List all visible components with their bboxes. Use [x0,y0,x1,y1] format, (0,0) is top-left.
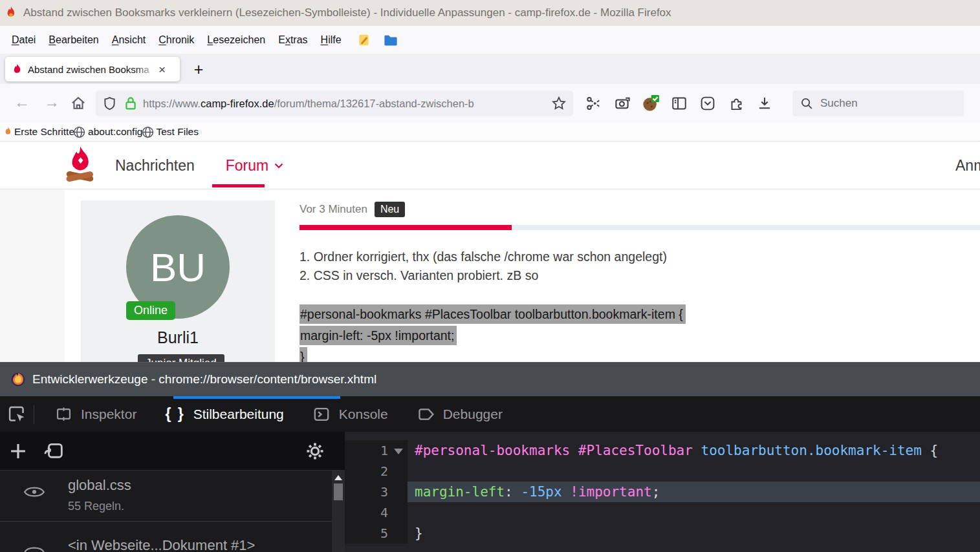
pocket-icon[interactable] [693,90,722,116]
menu-item-bearbeiten[interactable]: Bearbeiten [42,30,105,50]
nav-nachrichten[interactable]: Nachrichten [115,157,195,175]
devtools-toolbar: Inspektor { } Stilbearbeitung Konsole De… [0,396,980,432]
stylesheet-rule-count: 55 Regeln. [68,500,131,513]
stylesheet-item-global-css[interactable]: global.css 55 Regeln. [0,471,332,522]
menu-bar: Datei Bearbeiten Ansicht Chronik Lesezei… [0,26,980,54]
visibility-eye-icon[interactable] [0,528,68,552]
url-bar[interactable]: https://www.camp-firefox.de/forum/thema/… [96,90,573,116]
active-tab-indicator [173,396,340,399]
import-stylesheet-icon[interactable] [36,432,72,471]
username[interactable]: Burli1 [81,328,275,347]
nav-forum[interactable]: Forum [226,157,283,175]
menu-item-ansicht[interactable]: Ansicht [105,30,152,50]
devtools-window: Entwicklerwerkzeuge - chrome://browser/c… [0,362,980,552]
note-icon[interactable] [357,33,371,47]
home-icon[interactable] [70,95,87,112]
extensions-puzzle-icon[interactable] [722,90,750,116]
post-divider-fill [299,225,512,230]
post-meta: Vor 3 Minuten Neu [299,202,405,217]
screenshot-scissors-icon[interactable] [580,90,608,116]
bookmark-item-test-files[interactable]: Test Files [141,125,199,139]
console-icon [312,405,331,423]
style-editor-panel: global.css 55 Regeln. <in Webseite...Dok… [0,432,980,552]
css-code-editor[interactable]: 1 #personal-bookmarks #PlacesToolbar too… [345,432,980,552]
forward-icon[interactable]: → [44,93,60,111]
login-link[interactable]: Anm [955,157,980,175]
post-divider-bar [299,225,980,230]
search-placeholder: Suchen [820,97,858,110]
tab-debugger[interactable]: Debugger [402,396,517,432]
camp-firefox-logo[interactable] [63,145,97,187]
online-status-badge: Online [126,301,175,320]
globe-icon [141,125,155,139]
tab-bar: Abstand zwischen Booksma × + [0,54,980,84]
stylesheet-name: global.css [68,477,131,494]
bookmark-star-icon[interactable] [551,96,567,111]
downloads-icon[interactable] [750,90,779,116]
browser-tab[interactable]: Abstand zwischen Booksma × [5,57,180,81]
visibility-eye-icon[interactable] [0,477,68,513]
tab-close-icon[interactable]: × [158,63,166,76]
forum-post-area: BU Online Burli1 Junior Mitglied Vor 3 M… [0,189,980,362]
fold-arrow-icon[interactable] [394,449,403,454]
tab-title: Abstand zwischen Booksma [28,64,157,75]
code-line-3-highlighted[interactable]: 3 margin-left: -15px !important; [345,482,980,502]
devtools-titlebar: Entwicklerwerkzeuge - chrome://browser/c… [0,363,980,396]
stylesheet-list: global.css 55 Regeln. <in Webseite...Dok… [0,471,332,552]
page-left-gutter [0,189,65,362]
gear-icon[interactable] [305,432,325,471]
flame-favicon-icon [4,127,12,138]
camera-extension-icon[interactable] [608,90,637,116]
bookmark-item-about-config[interactable]: about:config [72,125,142,139]
line-number: 1 [345,440,408,461]
new-stylesheet-icon[interactable] [0,432,36,471]
back-icon[interactable]: ← [14,93,30,111]
search-field[interactable]: Suchen [792,90,964,116]
new-tab-button[interactable]: + [189,59,208,79]
site-header: Nachrichten Forum Anm [0,142,980,189]
stylesheet-item-inline-doc[interactable]: <in Webseite...Dokument #1> [0,522,332,552]
sidebar-toggle-icon[interactable] [665,90,693,116]
tracking-shield-icon[interactable] [102,96,117,111]
tab-stilbearbeitung[interactable]: { } Stilbearbeitung [151,396,298,432]
code-line-2[interactable]: 2 [345,461,980,482]
scrollbar-up-icon[interactable] [334,475,342,480]
code-line-1[interactable]: 1 #personal-bookmarks #PlacesToolbar too… [345,440,980,461]
menu-item-chronik[interactable]: Chronik [152,30,201,50]
bookmark-item-erste-schritte[interactable]: Erste Schritte [4,126,74,138]
scrollbar-thumb[interactable] [334,483,343,500]
cookie-extension-icon[interactable] [637,90,665,116]
firefox-window-icon [4,6,18,20]
post-code-selection[interactable]: #personal-bookmarks #PlacesToolbar toolb… [299,304,686,368]
menu-item-datei[interactable]: Datei [5,30,42,50]
bookmarks-toolbar: Erste Schritte about:config Test Files [0,123,980,142]
tab-favicon-flame-icon [12,63,23,76]
window-title: Abstand zwischen Booksmarks verkleinern … [23,6,671,19]
post-line: 1. Ordner korrigiert, thx (das falsche /… [299,248,667,266]
menu-item-extras[interactable]: Extras [272,30,314,50]
navigation-toolbar: ← → https://www.camp-firefox.de/forum/th… [0,84,980,123]
post-body: 1. Ordner korrigiert, thx (das falsche /… [299,248,667,285]
folder-icon[interactable] [383,33,398,47]
line-number: 3 [345,482,408,502]
node-picker-icon[interactable] [0,396,34,432]
line-number: 2 [345,461,408,482]
window-titlebar: Abstand zwischen Booksmarks verkleinern … [0,0,980,26]
menu-item-hilfe[interactable]: Hilfe [314,30,348,50]
selected-code-line: margin-left: -5px !important; [299,326,457,345]
debugger-icon [417,405,435,423]
code-line-5[interactable]: 5 } [345,523,980,544]
extension-buttons [580,90,779,116]
tab-inspektor[interactable]: Inspektor [41,396,151,432]
post-timestamp[interactable]: Vor 3 Minuten [299,203,367,216]
search-icon [800,97,814,111]
tab-konsole[interactable]: Konsole [298,396,402,432]
sidebar-scrollbar[interactable] [332,471,345,552]
menu-item-lesezeichen[interactable]: Lesezeichen [201,30,272,50]
code-line-4[interactable]: 4 [345,502,980,523]
site-nav: Nachrichten Forum [115,142,283,189]
lock-icon[interactable] [124,96,138,111]
forum-active-underline [212,184,265,187]
line-number: 4 [345,502,408,523]
post-author-card: BU Online Burli1 Junior Mitglied [81,200,275,368]
